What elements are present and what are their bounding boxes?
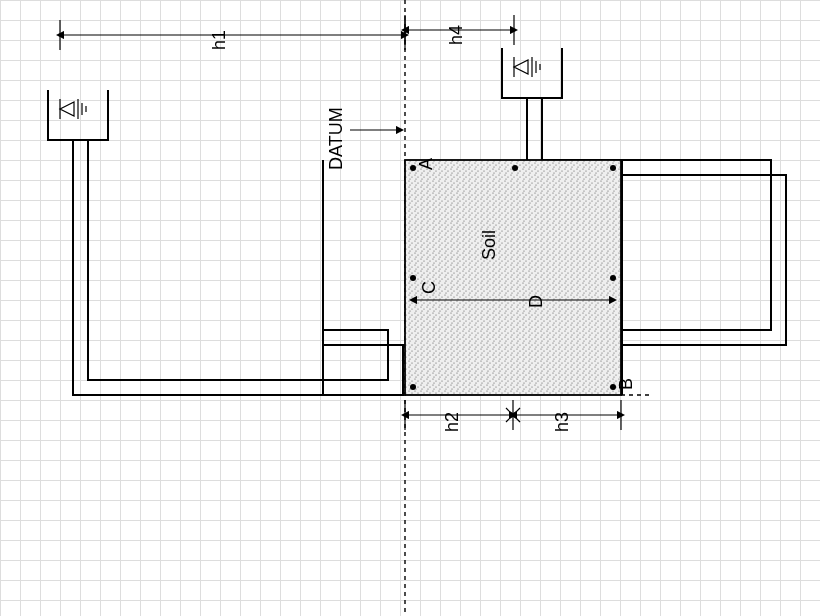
label-h1: h1 <box>209 30 229 50</box>
svg-rect-10 <box>405 160 621 395</box>
left-reservoir <box>48 90 108 140</box>
dim-h4: h4 <box>405 15 514 45</box>
point-top-mid <box>512 165 518 171</box>
datum-label-group: DATUM <box>326 107 400 170</box>
label-B: B <box>616 378 636 390</box>
left-pipe <box>73 140 403 395</box>
dim-h3: h3 <box>513 400 621 432</box>
soil-column <box>323 160 622 395</box>
point-C <box>410 275 416 281</box>
label-D: D <box>526 295 546 308</box>
dim-h2: h2 <box>405 400 513 432</box>
label-A: A <box>416 158 436 170</box>
label-h2: h2 <box>442 412 462 432</box>
diagram-svg: A B C Soil h1 h4 h2 h3 D <box>0 0 820 616</box>
right-reservoir <box>502 48 562 98</box>
point-right-mid <box>610 275 616 281</box>
label-h4: h4 <box>446 25 466 45</box>
point-top-right-extra <box>610 165 616 171</box>
dim-h1: h1 <box>60 20 405 50</box>
label-datum: DATUM <box>326 107 346 170</box>
label-C: C <box>419 281 439 294</box>
label-h3: h3 <box>552 412 572 432</box>
point-bottom-left <box>410 384 416 390</box>
label-soil: Soil <box>479 230 499 260</box>
